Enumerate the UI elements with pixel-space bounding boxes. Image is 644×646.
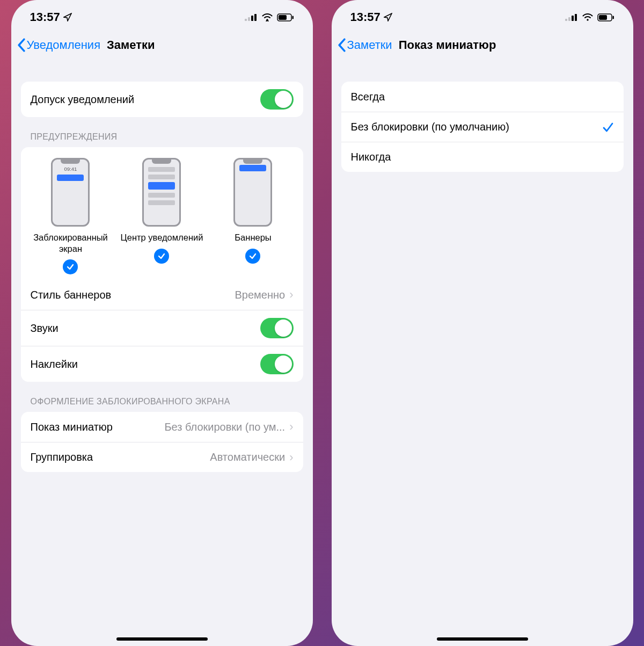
battery-icon <box>277 13 294 21</box>
allow-notifications-label: Допуск уведомлений <box>31 93 135 106</box>
svg-rect-8 <box>565 19 567 21</box>
status-time: 13:57 <box>30 10 72 24</box>
chevron-right-icon: › <box>289 288 293 302</box>
alert-option-lock-screen[interactable]: 09:41 Заблокированный экран <box>25 158 115 274</box>
svg-rect-9 <box>568 17 570 21</box>
svg-rect-15 <box>612 16 614 19</box>
settings-content[interactable]: Всегда Без блокировки (по умолчанию) Ник… <box>332 61 633 646</box>
grouping-label: Группировка <box>31 451 93 463</box>
checkmark-circle-icon[interactable] <box>245 249 260 264</box>
allow-card: Допуск уведомлений <box>21 82 303 117</box>
checkmark-circle-icon[interactable] <box>63 259 78 274</box>
home-indicator[interactable] <box>116 637 208 641</box>
banner-style-row[interactable]: Стиль баннеров Временно › <box>21 280 303 310</box>
back-label: Заметки <box>347 38 392 52</box>
status-time: 13:57 <box>350 10 392 24</box>
svg-point-4 <box>266 19 268 20</box>
grouping-row[interactable]: Группировка Автоматически › <box>21 442 303 472</box>
svg-rect-1 <box>248 17 250 21</box>
notification-center-preview-icon <box>142 158 181 227</box>
svg-rect-10 <box>572 16 574 21</box>
option-always[interactable]: Всегда <box>341 82 624 112</box>
chevron-left-icon <box>337 38 346 52</box>
checkmark-circle-icon[interactable] <box>154 249 169 264</box>
sounds-toggle[interactable] <box>260 318 294 338</box>
wifi-icon <box>261 13 273 21</box>
location-arrow-icon <box>63 13 72 21</box>
banner-style-label: Стиль баннеров <box>31 289 112 301</box>
lock-screen-preview-icon: 09:41 <box>51 158 90 227</box>
badges-label: Наклейки <box>31 358 78 371</box>
section-lockscreen-header: ОФОРМЛЕНИЕ ЗАБЛОКИРОВАННОГО ЭКРАНА <box>21 382 303 412</box>
clock-text: 13:57 <box>350 10 380 24</box>
nav-bar: Уведомления Заметки <box>11 29 313 61</box>
option-unlocked[interactable]: Без блокировки (по умолчанию) <box>341 112 624 142</box>
page-title: Заметки <box>107 38 155 52</box>
alert-banners-label: Баннеры <box>235 232 271 243</box>
alert-option-banners[interactable]: Баннеры <box>208 158 298 274</box>
alert-lock-label: Заблокированный экран <box>25 232 115 254</box>
cellular-signal-icon <box>245 13 258 21</box>
show-previews-value: Без блокировки (по ум... <box>164 421 285 433</box>
badges-toggle[interactable] <box>260 354 294 374</box>
option-never-label: Никогда <box>351 151 391 163</box>
alert-center-label: Центр уведомлений <box>121 232 203 243</box>
svg-point-12 <box>587 19 588 20</box>
settings-content[interactable]: Допуск уведомлений ПРЕДУПРЕЖДЕНИЯ 09:41 … <box>11 61 313 646</box>
svg-rect-14 <box>599 15 607 20</box>
banners-preview-icon <box>233 158 272 227</box>
grouping-value: Автоматически <box>210 451 285 463</box>
show-previews-row[interactable]: Показ миниатюр Без блокировки (по ум... … <box>21 412 303 442</box>
back-button[interactable]: Уведомления <box>17 38 101 52</box>
status-icons <box>245 13 294 21</box>
status-icons <box>565 13 614 21</box>
phone-screen-left: 13:57 Уведомления Заметки Допуск уведомл… <box>11 0 313 646</box>
wifi-icon <box>582 13 594 21</box>
status-bar: 13:57 <box>332 0 633 29</box>
nav-bar: Заметки Показ миниатюр <box>332 29 633 61</box>
sounds-label: Звуки <box>31 322 58 335</box>
back-label: Уведомления <box>27 38 101 52</box>
svg-rect-3 <box>254 14 257 21</box>
alert-option-notification-center[interactable]: Центр уведомлений <box>116 158 207 274</box>
svg-rect-11 <box>575 14 577 21</box>
section-alerts-header: ПРЕДУПРЕЖДЕНИЯ <box>21 117 303 147</box>
lock-preview-time: 09:41 <box>64 166 77 172</box>
status-bar: 13:57 <box>11 0 313 29</box>
option-never[interactable]: Никогда <box>341 142 624 172</box>
alerts-card: 09:41 Заблокированный экран <box>21 147 303 382</box>
battery-icon <box>597 13 614 21</box>
lockscreen-card: Показ миниатюр Без блокировки (по ум... … <box>21 412 303 472</box>
svg-rect-6 <box>279 15 287 20</box>
clock-text: 13:57 <box>30 10 60 24</box>
chevron-right-icon: › <box>289 451 293 464</box>
sounds-row[interactable]: Звуки <box>21 310 303 346</box>
svg-rect-7 <box>292 16 294 19</box>
back-button[interactable]: Заметки <box>337 38 392 52</box>
page-title: Показ миниатюр <box>399 38 496 52</box>
location-arrow-icon <box>384 13 392 21</box>
badges-row[interactable]: Наклейки <box>21 346 303 382</box>
allow-notifications-toggle[interactable] <box>260 89 294 110</box>
option-always-label: Всегда <box>351 91 385 103</box>
checkmark-icon <box>602 121 614 133</box>
previews-options-card: Всегда Без блокировки (по умолчанию) Ник… <box>341 82 624 172</box>
chevron-right-icon: › <box>289 420 293 434</box>
home-indicator[interactable] <box>437 637 528 641</box>
cellular-signal-icon <box>565 13 578 21</box>
chevron-left-icon <box>17 38 26 52</box>
phone-screen-right: 13:57 Заметки Показ миниатюр Всегда Без … <box>332 0 633 646</box>
show-previews-label: Показ миниатюр <box>31 421 113 433</box>
svg-rect-2 <box>251 16 253 21</box>
allow-notifications-row[interactable]: Допуск уведомлений <box>21 82 303 117</box>
alerts-options: 09:41 Заблокированный экран <box>21 147 303 280</box>
banner-style-value: Временно <box>235 289 286 301</box>
option-unlocked-label: Без блокировки (по умолчанию) <box>351 121 509 133</box>
svg-rect-0 <box>245 19 247 21</box>
